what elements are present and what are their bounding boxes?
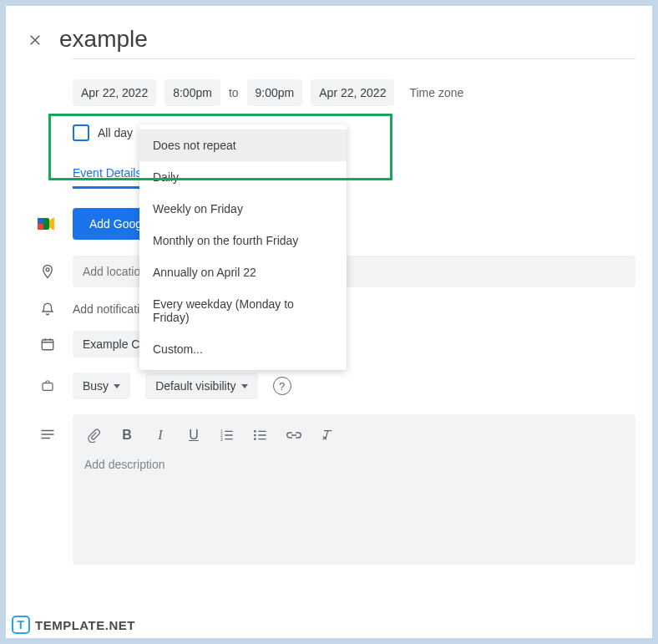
watermark: T TEMPLATE.NET	[12, 616, 135, 634]
description-placeholder: Add description	[83, 454, 625, 474]
location-pin-icon	[39, 263, 56, 280]
description-toolbar: B I U 123	[83, 423, 625, 454]
svg-point-3	[46, 268, 49, 271]
bullet-list-icon[interactable]	[253, 428, 268, 443]
datetime-row: Apr 22, 2022 8:00pm to 9:00pm Apr 22, 20…	[73, 79, 635, 106]
recurrence-option-weekday[interactable]: Every weekday (Monday to Friday)	[139, 288, 347, 333]
recurrence-option-does-not-repeat[interactable]: Does not repeat	[139, 129, 347, 161]
allday-label: All day	[98, 126, 133, 139]
clear-formatting-icon[interactable]	[320, 428, 335, 443]
end-date-chip[interactable]: Apr 22, 2022	[311, 79, 394, 106]
to-label: to	[229, 86, 239, 99]
caret-down-icon	[114, 384, 120, 388]
svg-rect-2	[38, 224, 43, 230]
recurrence-option-monthly[interactable]: Monthly on the fourth Friday	[139, 225, 347, 256]
google-meet-icon	[38, 216, 56, 231]
description-row: B I U 123 Add description	[73, 414, 635, 565]
close-icon[interactable]	[26, 31, 44, 49]
caret-down-icon	[241, 384, 248, 388]
underline-icon[interactable]: U	[186, 428, 201, 443]
visibility-select[interactable]: Default visibility	[145, 373, 257, 399]
italic-icon[interactable]: I	[153, 428, 168, 443]
watermark-text: TEMPLATE.NET	[35, 618, 135, 632]
help-icon[interactable]: ?	[273, 377, 291, 395]
bell-icon	[39, 301, 56, 317]
title-divider	[73, 58, 635, 59]
start-time-chip[interactable]: 8:00pm	[164, 79, 220, 106]
recurrence-option-weekly[interactable]: Weekly on Friday	[139, 193, 347, 225]
svg-rect-1	[38, 218, 43, 224]
briefcase-icon	[39, 378, 56, 394]
busy-select[interactable]: Busy	[73, 373, 130, 399]
watermark-badge-icon: T	[12, 616, 30, 634]
event-editor-panel: example Apr 22, 2022 8:00pm to 9:00pm Ap…	[5, 5, 653, 639]
svg-rect-5	[43, 383, 53, 391]
calendar-icon	[39, 336, 56, 352]
link-icon[interactable]	[286, 428, 301, 443]
allday-checkbox[interactable]	[73, 124, 89, 141]
bold-icon[interactable]: B	[119, 428, 134, 443]
visibility-select-label: Default visibility	[155, 379, 235, 393]
busy-select-label: Busy	[83, 379, 109, 393]
allday-row: All day Does not repeat Daily Weekly on …	[73, 124, 635, 141]
description-lines-icon	[39, 426, 56, 443]
svg-point-11	[254, 438, 256, 440]
recurrence-option-daily[interactable]: Daily	[139, 161, 347, 193]
svg-rect-4	[42, 340, 53, 350]
start-date-chip[interactable]: Apr 22, 2022	[73, 79, 156, 106]
tab-event-details[interactable]: Event Details	[73, 166, 141, 189]
recurrence-option-custom[interactable]: Custom...	[139, 333, 347, 365]
svg-point-9	[254, 430, 256, 433]
recurrence-dropdown: Does not repeat Daily Weekly on Friday M…	[139, 124, 347, 370]
numbered-list-icon[interactable]: 123	[220, 428, 235, 443]
visibility-row: Busy Default visibility ?	[73, 373, 635, 399]
recurrence-option-annually[interactable]: Annually on April 22	[139, 256, 347, 288]
description-editor[interactable]: B I U 123 Add description	[73, 414, 635, 565]
svg-point-10	[254, 434, 256, 437]
attach-icon[interactable]	[86, 428, 101, 443]
svg-text:3: 3	[220, 438, 223, 441]
end-time-chip[interactable]: 9:00pm	[247, 79, 303, 106]
timezone-link[interactable]: Time zone	[409, 86, 463, 99]
event-title-input[interactable]: example	[59, 26, 148, 53]
